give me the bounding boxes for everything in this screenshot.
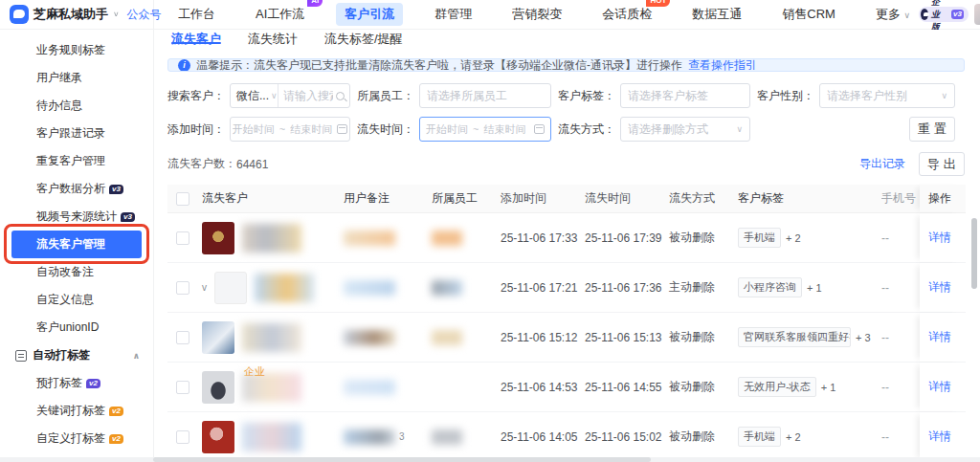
v3-badge: v3 [109, 185, 123, 194]
search-icon[interactable] [336, 92, 345, 100]
lost-time-label: 流失时间： [357, 121, 412, 138]
notice-text: 温馨提示：流失客户现已支持批量清除流失客户啦，请登录【移动端企业微信-通讯录】进… [196, 58, 682, 72]
detail-link[interactable]: 详情 [928, 329, 951, 345]
version-badge: v3 [951, 10, 964, 19]
sidebar-item-customer-analytics[interactable]: 客户数据分析v3 [0, 175, 153, 203]
row-checkbox[interactable] [176, 430, 189, 444]
blurred-remark [344, 429, 395, 445]
sidebar-item-video-source-stats[interactable]: 视频号来源统计v3 [0, 203, 153, 231]
sidebar-item-todo-info[interactable]: 待办信息 [0, 92, 153, 120]
lost-way: 被动删除 [669, 429, 738, 445]
nav-item-ai-workflow[interactable]: AI工作流AI [247, 3, 313, 26]
sidebar-section-auto-tagging[interactable]: 自动打标签 ∧ [0, 341, 153, 369]
info-icon: i [178, 59, 190, 72]
header-action: 操作 [920, 185, 964, 212]
sidebar-item-duplicate-customers[interactable]: 重复客户管理 [0, 147, 153, 175]
nav-item-chat-inspection[interactable]: 会话质检HOT [593, 3, 660, 26]
top-nav: 工作台 AI工作流AI 客户引流 群管理 营销裂变 会话质检HOT 数据互通 销… [154, 3, 919, 26]
lost-time: 25-11-06 17:39 [585, 231, 669, 245]
blurred-remark [344, 380, 395, 395]
row-checkbox[interactable] [176, 381, 189, 394]
search-customer-label: 搜索客户： [167, 88, 223, 104]
nav-item-data-interchange[interactable]: 数据互通 [683, 3, 750, 26]
add-time-range-picker[interactable]: 开始时间 ~ 结束时间 [230, 117, 350, 142]
lost-way-label: 流失方式： [558, 121, 613, 138]
added-time: 25-11-06 17:33 [501, 231, 585, 245]
nav-item-more[interactable]: 更多 ∨ [867, 3, 919, 26]
table-row: 3 25-11-06 14:05 25-11-06 15:02 被动删除 手机端… [167, 412, 966, 462]
lost-way: 被动删除 [669, 329, 738, 345]
sidebar-item-user-inherit[interactable]: 用户继承 [0, 64, 153, 92]
customer-avatar [202, 321, 234, 354]
remark-note: 3 [399, 431, 405, 442]
nav-item-workbench[interactable]: 工作台 [169, 3, 224, 26]
v2-badge: v2 [109, 434, 123, 444]
blurred-customer-name [242, 323, 301, 352]
chevron-up-icon: ∧ [133, 351, 140, 361]
sidebar-item-lost-customer-management[interactable]: 流失客户管理 [11, 231, 142, 258]
sidebar-item-customer-unionid[interactable]: 客户unionID [0, 314, 153, 341]
sidebar: 业务规则标签 用户继承 待办信息 客户跟进记录 重复客户管理 客户数据分析v3 … [0, 30, 154, 462]
tag-more-count: + 1 [807, 282, 822, 294]
chevron-down-icon: ∨ [271, 91, 278, 100]
detail-link[interactable]: 详情 [928, 379, 951, 395]
horizontal-scrollbar-thumb[interactable] [153, 457, 651, 462]
search-input[interactable]: 请输入搜索内容 [278, 84, 349, 107]
customer-tag-select[interactable]: 请选择客户标签 [620, 83, 750, 108]
sidebar-item-followup-records[interactable]: 客户跟进记录 [0, 120, 153, 147]
sidebar-item-custom-info[interactable]: 自定义信息 [0, 286, 153, 314]
nav-item-marketing-fission[interactable]: 营销裂变 [503, 3, 570, 26]
nav-item-customer-acquisition[interactable]: 客户引流 [336, 3, 403, 26]
tab-lost-customers[interactable]: 流失客户 [171, 30, 221, 48]
detail-link[interactable]: 详情 [928, 230, 951, 246]
row-checkbox[interactable] [176, 231, 189, 245]
select-all-checkbox[interactable] [176, 192, 189, 206]
sidebar-item-custom-tagging[interactable]: 自定义打标签v2 [0, 425, 153, 452]
notice-banner: i 温馨提示：流失客户现已支持批量清除流失客户啦，请登录【移动端企业微信-通讯录… [167, 58, 965, 72]
staff-select[interactable]: 请选择所属员工 [419, 83, 551, 108]
brand[interactable]: 芝麻私域助手 ∨ 公众号 [0, 0, 154, 29]
export-record-link[interactable]: 导出记录 [859, 156, 905, 172]
reset-button[interactable]: 重 置 [909, 117, 955, 142]
chevron-down-icon[interactable]: ∨ [113, 11, 120, 18]
detail-link[interactable]: 详情 [928, 279, 951, 296]
topbar: 芝麻私域助手 ∨ 公众号 工作台 AI工作流AI 客户引流 群管理 营销裂变 会… [0, 0, 980, 30]
blurred-remark [344, 280, 395, 296]
sidebar-item-auto-remark[interactable]: 自动改备注 [0, 258, 153, 286]
lost-time-range-picker[interactable]: 开始时间 ~ 结束时间 [419, 117, 551, 142]
corp-name-note: 企业 [244, 364, 265, 379]
blurred-customer-name [242, 224, 301, 253]
blurred-customer-name [255, 274, 314, 302]
export-button[interactable]: 导 出 [919, 152, 965, 176]
user-avatar[interactable] [974, 4, 980, 25]
customer-avatar [214, 272, 247, 304]
tag-section-icon [15, 350, 27, 362]
header-staff: 所属员工 [432, 190, 501, 207]
tab-bar: 流失客户 流失统计 流失标签/提醒 [154, 30, 980, 48]
tab-lost-statistics[interactable]: 流失统计 [248, 30, 298, 48]
sidebar-item-business-rule-tags[interactable]: 业务规则标签 [0, 36, 153, 64]
lost-way: 被动删除 [669, 379, 738, 395]
tab-lost-tags-reminder[interactable]: 流失标签/提醒 [324, 30, 403, 48]
customer-avatar [202, 371, 234, 404]
header-customer-tag: 客户标签 [738, 190, 881, 207]
app-title: 芝麻私域助手 [33, 6, 108, 23]
lost-time: 25-11-06 15:02 [585, 430, 669, 444]
sidebar-item-keyword-tagging[interactable]: 关键词打标签v2 [0, 397, 153, 425]
customer-tag: 手机端 [738, 427, 781, 447]
nav-item-group-management[interactable]: 群管理 [426, 3, 480, 26]
vertical-scrollbar[interactable] [971, 218, 977, 289]
row-checkbox[interactable] [176, 331, 189, 344]
gender-select[interactable]: 请选择客户性别∨ [819, 83, 955, 108]
search-type-select[interactable]: 微信...∨ [231, 84, 278, 107]
row-checkbox[interactable] [176, 281, 189, 295]
range-separator: ~ [473, 123, 479, 135]
add-time-label: 添加时间： [167, 121, 223, 138]
chevron-down-icon: ∨ [736, 124, 743, 134]
view-guide-link[interactable]: 查看操作指引 [688, 58, 757, 72]
phone-value: -- [881, 231, 920, 245]
nav-item-sales-crm[interactable]: 销售CRM [773, 3, 844, 26]
lost-way-select[interactable]: 请选择删除方式∨ [620, 117, 750, 142]
detail-link[interactable]: 详情 [928, 429, 951, 445]
sidebar-item-pre-tagging[interactable]: 预打标签v2 [0, 369, 153, 397]
